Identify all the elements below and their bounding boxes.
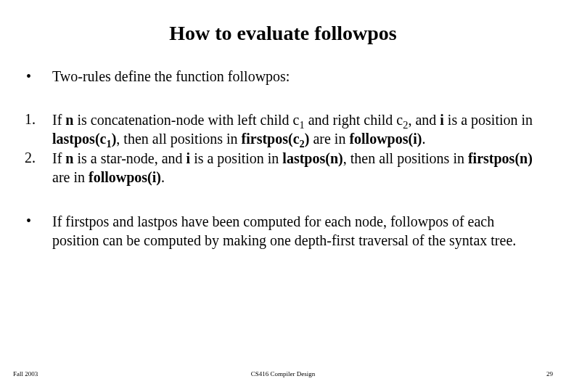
footer-right: 29 [546, 370, 553, 377]
page-title: How to evaluate followpos [22, 22, 544, 45]
footer-center: CS416 Compiler Design [251, 370, 316, 377]
rule-2-marker: 2. [22, 150, 52, 187]
rule-2-text: If n is a star-node, and i is a position… [52, 150, 544, 187]
rule-1: 1. If n is concatenation-node with left … [22, 111, 544, 148]
bullet-marker: • [26, 213, 52, 250]
intro-text: Two-rules define the function followpos: [52, 68, 290, 85]
rule-1-text: If n is concatenation-node with left chi… [52, 111, 544, 148]
footer-left: Fall 2003 [13, 370, 38, 377]
rule-2: 2. If n is a star-node, and i is a posit… [22, 150, 544, 187]
rule-1-marker: 1. [22, 111, 52, 148]
rules-list: 1. If n is concatenation-node with left … [22, 111, 544, 187]
bullet-marker: • [26, 68, 52, 85]
note-text: If firstpos and lastpos have been comput… [52, 213, 544, 250]
note-bullet: • If firstpos and lastpos have been comp… [26, 213, 544, 250]
footer: Fall 2003 CS416 Compiler Design 29 [0, 370, 566, 377]
intro-bullet: • Two-rules define the function followpo… [26, 68, 544, 85]
